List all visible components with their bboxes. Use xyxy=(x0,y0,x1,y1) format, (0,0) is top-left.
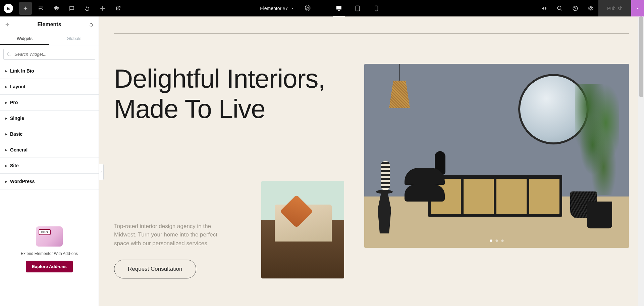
finder-button[interactable] xyxy=(553,2,566,15)
eye-icon xyxy=(588,5,594,11)
elements-panel: Elements Widgets Globals Link In Bio Lay… xyxy=(0,16,99,306)
chevron-down-icon xyxy=(291,6,295,10)
hero-sub-row: Top-rated interior design agency in the … xyxy=(114,181,344,278)
page-settings-button[interactable] xyxy=(302,2,314,15)
help-icon xyxy=(572,5,578,11)
panel-menu-button[interactable] xyxy=(3,22,11,27)
panel-header: Elements xyxy=(0,16,99,33)
canvas-scrollbar[interactable] xyxy=(638,16,644,306)
category-single[interactable]: Single xyxy=(0,111,99,126)
view-page-button[interactable] xyxy=(112,2,124,15)
history-button[interactable] xyxy=(81,2,94,15)
desktop-icon xyxy=(336,5,342,12)
chair-graphic xyxy=(394,165,455,225)
category-wordpress[interactable]: WordPress xyxy=(0,174,99,189)
divider-button[interactable] xyxy=(96,2,109,15)
sliders-icon xyxy=(38,5,44,11)
addons-promo: Extend Elementor With Add-ons Explore Ad… xyxy=(0,220,99,286)
responsive-device-group xyxy=(330,0,386,16)
plant-graphic xyxy=(569,84,626,228)
lamp-graphic xyxy=(384,64,415,114)
search-icon xyxy=(557,5,563,11)
chevron-down-icon xyxy=(635,6,640,11)
search-icon xyxy=(7,52,11,57)
plus-icon xyxy=(22,5,29,11)
canvas[interactable]: Delightful Interiors, Made To Live Top-r… xyxy=(99,16,644,306)
structure-button[interactable] xyxy=(50,2,63,15)
hero-title-line2: Made To Live xyxy=(114,94,265,124)
promo-illustration xyxy=(36,226,63,247)
notes-button[interactable] xyxy=(65,2,78,15)
hero-primary-image xyxy=(364,64,629,248)
document-title-text: Elementor #7 xyxy=(260,6,288,11)
topbar: E Elementor #7 xyxy=(0,0,644,16)
category-basic[interactable]: Basic xyxy=(0,126,99,142)
panel-tabs: Widgets Globals xyxy=(0,33,99,45)
category-link-in-bio[interactable]: Link In Bio xyxy=(0,63,99,79)
elementor-logo[interactable]: E xyxy=(0,0,16,16)
request-consultation-button[interactable]: Request Consultation xyxy=(114,260,196,278)
hero-right xyxy=(364,64,629,278)
slider-dot[interactable] xyxy=(495,239,498,242)
divider-icon xyxy=(5,22,10,27)
search-box xyxy=(3,49,95,60)
vase-graphic xyxy=(381,161,390,190)
slider-dot[interactable] xyxy=(501,239,503,242)
topbar-left: E xyxy=(0,0,124,16)
panel-collapse-toggle[interactable]: ‹ xyxy=(99,164,104,180)
add-element-button[interactable] xyxy=(19,2,32,15)
svg-point-1 xyxy=(358,10,358,10)
search-input[interactable] xyxy=(3,49,95,60)
whats-new-button[interactable] xyxy=(538,2,551,15)
device-mobile-button[interactable] xyxy=(367,0,386,16)
category-site[interactable]: Site xyxy=(0,158,99,174)
pedestal-graphic xyxy=(371,190,398,237)
site-settings-button[interactable] xyxy=(35,2,47,15)
category-pro[interactable]: Pro xyxy=(0,95,99,111)
divider-icon xyxy=(100,5,106,11)
widget-categories: Link In Bio Layout Pro Single Basic Gene… xyxy=(0,63,99,189)
hero-section: Delightful Interiors, Made To Live Top-r… xyxy=(114,64,629,278)
slider-dots[interactable] xyxy=(490,239,503,242)
canvas-inner: Delightful Interiors, Made To Live Top-r… xyxy=(99,16,644,295)
hero-divider xyxy=(114,33,629,34)
hero-description: Top-rated interior design agency in the … xyxy=(114,222,225,248)
preview-button[interactable] xyxy=(584,2,597,15)
panel-refresh-button[interactable] xyxy=(87,22,95,27)
help-button[interactable] xyxy=(569,2,582,15)
hero-title-line1: Delightful Interiors, xyxy=(114,64,325,93)
mobile-icon xyxy=(373,5,380,12)
publish-button[interactable]: Publish xyxy=(598,0,631,16)
external-link-icon xyxy=(115,5,121,11)
topbar-right: Publish xyxy=(537,0,644,16)
panel-title: Elements xyxy=(11,21,87,28)
topbar-center: Elementor #7 xyxy=(258,0,386,16)
hero-secondary-image xyxy=(261,181,344,278)
category-layout[interactable]: Layout xyxy=(0,79,99,95)
layers-icon xyxy=(53,5,59,11)
undo-icon xyxy=(89,22,94,27)
search-wrap xyxy=(0,45,99,63)
undo-icon xyxy=(84,5,90,11)
comment-icon xyxy=(69,5,75,11)
device-desktop-button[interactable] xyxy=(330,0,348,16)
explore-addons-button[interactable]: Explore Add-ons xyxy=(26,261,73,272)
device-tablet-button[interactable] xyxy=(348,0,367,16)
category-general[interactable]: General xyxy=(0,142,99,158)
hero-left: Delightful Interiors, Made To Live Top-r… xyxy=(114,64,351,278)
tab-widgets[interactable]: Widgets xyxy=(0,33,49,45)
tab-globals[interactable]: Globals xyxy=(49,33,99,45)
publish-options-dropdown[interactable] xyxy=(631,0,644,16)
promo-text: Extend Elementor With Add-ons xyxy=(5,251,94,256)
publish-label: Publish xyxy=(607,6,623,11)
announcement-icon xyxy=(541,5,547,11)
hero-title: Delightful Interiors, Made To Live xyxy=(114,64,344,124)
document-title-dropdown[interactable]: Elementor #7 xyxy=(258,6,297,11)
slider-dot[interactable] xyxy=(490,239,492,242)
tablet-icon xyxy=(355,5,361,12)
svg-point-3 xyxy=(376,10,377,10)
scrollbar-thumb[interactable] xyxy=(639,16,643,97)
gear-icon xyxy=(305,5,311,11)
hero-sub-text: Top-rated interior design agency in the … xyxy=(114,222,251,279)
